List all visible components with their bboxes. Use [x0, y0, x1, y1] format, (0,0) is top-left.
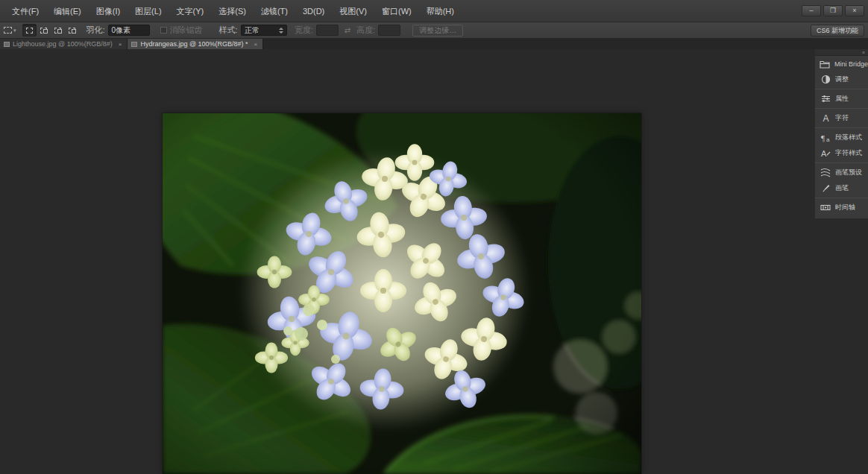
svg-text:¶: ¶: [821, 133, 825, 142]
spinner-icon: [279, 28, 283, 34]
paragraph-styles-icon: ¶a: [820, 133, 831, 143]
panel-button-label: 画笔预设: [835, 168, 862, 177]
panel-button-character-styles[interactable]: A字符样式: [815, 145, 868, 161]
document-thumbnail-icon: [4, 42, 10, 47]
tab-label: Lighthouse.jpg @ 100%(RGB/8#): [13, 40, 113, 48]
panel-dock: « Mini Bridge调整属性A字符¶a段落样式A字符样式画笔预设画笔时间轴: [814, 49, 868, 219]
tab-label: Hydrangeas.jpg @ 100%(RGB/8#) *: [140, 40, 248, 48]
panel-button-label: 时间轴: [835, 203, 855, 212]
dock-separator: [815, 89, 868, 89]
panel-button-paragraph-styles[interactable]: ¶a段落样式: [815, 130, 868, 145]
link-dimensions-icon[interactable]: ⇄: [345, 26, 350, 34]
photoshop-window: 文件(F)编辑(E)图像(I)图层(L)文字(Y)选择(S)滤镜(T)3D(D)…: [0, 0, 868, 474]
svg-text:A: A: [823, 113, 828, 123]
style-label: 样式:: [219, 25, 238, 36]
feather-label: 羽化:: [87, 25, 105, 36]
tool-preset-picker[interactable]: ▾: [4, 27, 16, 34]
document-thumbnail-icon: [131, 42, 137, 47]
menu-item[interactable]: 选择(S): [211, 0, 254, 22]
antialias-checkbox[interactable]: [160, 27, 167, 34]
menu-item[interactable]: 帮助(H): [419, 0, 462, 22]
intersect-selection-button[interactable]: [65, 24, 79, 37]
new-selection-button[interactable]: [22, 24, 37, 37]
new-selection-icon: [26, 28, 33, 34]
menu-item[interactable]: 窗口(W): [374, 0, 419, 22]
panel-button-label: 调整: [835, 75, 849, 84]
tab-close-icon[interactable]: ×: [117, 41, 124, 48]
document-tab[interactable]: Lighthouse.jpg @ 100%(RGB/8#)×: [0, 39, 128, 49]
menu-bar-items: 文件(F)编辑(E)图像(I)图层(L)文字(Y)选择(S)滤镜(T)3D(D)…: [0, 0, 462, 22]
dock-separator: [815, 108, 868, 109]
menu-item[interactable]: 文件(F): [4, 0, 46, 22]
selection-mode-group: [22, 24, 79, 37]
properties-icon: [820, 94, 831, 104]
chevron-down-icon: ▾: [13, 28, 16, 34]
brush-icon: [820, 183, 831, 194]
style-dropdown[interactable]: 正常: [241, 25, 287, 36]
timeline-icon: [820, 203, 831, 213]
panel-button-label: Mini Bridge: [834, 60, 868, 68]
panel-button-label: 属性: [835, 94, 849, 104]
menu-item[interactable]: 滤镜(T): [254, 0, 295, 22]
menu-item[interactable]: 文字(Y): [169, 0, 212, 22]
width-input[interactable]: [316, 25, 339, 36]
panel-button-label: 字符: [835, 113, 849, 123]
marquee-tool-icon: [4, 27, 12, 34]
canvas-image[interactable]: [163, 113, 641, 474]
height-label: 高度:: [356, 25, 375, 36]
adjustments-icon: [820, 75, 831, 85]
brush-presets-icon: [820, 168, 831, 178]
restore-button[interactable]: ❐: [823, 5, 843, 16]
menu-item[interactable]: 3D(D): [295, 0, 332, 22]
width-label: 宽度:: [295, 25, 313, 36]
workspace-switcher-button[interactable]: CS6 新增功能: [811, 25, 864, 37]
menu-bar: 文件(F)编辑(E)图像(I)图层(L)文字(Y)选择(S)滤镜(T)3D(D)…: [0, 0, 868, 22]
panel-button-brush[interactable]: 画笔: [815, 180, 868, 196]
feather-input[interactable]: 0像素: [108, 25, 150, 36]
refine-edge-button[interactable]: 调整边缘…: [412, 25, 463, 37]
minimize-button[interactable]: –: [802, 5, 821, 16]
document-tab[interactable]: Hydrangeas.jpg @ 100%(RGB/8#) *×: [128, 39, 263, 49]
character-icon: A: [820, 113, 831, 124]
panel-button-label: 画笔: [835, 183, 849, 193]
panel-button-properties[interactable]: 属性: [815, 91, 868, 107]
menu-item[interactable]: 图层(L): [128, 0, 169, 22]
panel-button-brush-presets[interactable]: 画笔预设: [815, 165, 868, 180]
panel-dock-items: Mini Bridge调整属性A字符¶a段落样式A字符样式画笔预设画笔时间轴: [815, 56, 868, 215]
panel-button-adjustments[interactable]: 调整: [815, 72, 868, 87]
window-controls: – ❐ ×: [802, 5, 864, 16]
panel-button-mini-bridge[interactable]: Mini Bridge: [815, 56, 868, 72]
add-to-selection-button[interactable]: [37, 24, 51, 37]
panel-button-label: 字符样式: [835, 148, 862, 158]
menu-item[interactable]: 编辑(E): [46, 0, 89, 22]
height-input[interactable]: [378, 25, 400, 36]
tool-options-bar: ▾ 羽化: 0像素 消除锯齿 样式: 正常 宽度: ⇄ 高度: 调整边缘… CS…: [0, 22, 868, 39]
tab-strip: Lighthouse.jpg @ 100%(RGB/8#)×Hydrangeas…: [0, 39, 868, 49]
close-button[interactable]: ×: [845, 5, 864, 16]
dock-separator: [815, 127, 868, 128]
tab-close-icon[interactable]: ×: [253, 41, 260, 48]
pasteboard: « Mini Bridge调整属性A字符¶a段落样式A字符样式画笔预设画笔时间轴: [0, 49, 868, 474]
antialias-label: 消除锯齿: [170, 25, 203, 36]
dock-header[interactable]: «: [815, 49, 868, 56]
menu-item[interactable]: 图像(I): [89, 0, 128, 22]
mini-bridge-icon: [820, 59, 831, 69]
menu-item[interactable]: 视图(V): [332, 0, 374, 22]
dock-separator: [815, 162, 868, 163]
subtract-from-selection-button[interactable]: [51, 24, 65, 37]
panel-button-character[interactable]: A字符: [815, 110, 868, 126]
dock-separator: [815, 197, 868, 198]
character-styles-icon: A: [820, 148, 831, 159]
svg-text:A: A: [821, 149, 827, 158]
svg-text:a: a: [826, 136, 830, 142]
panel-button-timeline[interactable]: 时间轴: [815, 200, 868, 215]
panel-button-label: 段落样式: [835, 133, 862, 142]
